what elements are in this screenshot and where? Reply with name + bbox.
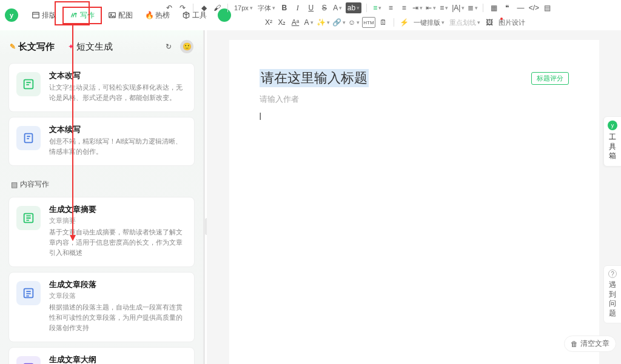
underline-button[interactable]: U bbox=[306, 2, 317, 13]
subscript-button[interactable]: X₂ bbox=[277, 17, 287, 28]
body-input[interactable] bbox=[260, 111, 569, 120]
history-icon[interactable]: ↻ bbox=[163, 41, 174, 52]
letter-spacing-button[interactable]: |A| bbox=[452, 2, 465, 13]
avatar[interactable]: 🙂 bbox=[180, 40, 193, 53]
bolt-icon: ⚡ bbox=[399, 17, 410, 28]
separator bbox=[366, 4, 367, 12]
quote-button[interactable]: ❝ bbox=[502, 2, 512, 13]
right-toolbox[interactable]: y 工具箱 bbox=[603, 116, 621, 167]
card-gen-paragraph[interactable]: 生成文章段落 文章段落 根据描述的段落主题，自动生成一段富有连贯性和可读性的文章… bbox=[8, 272, 195, 342]
card-title: 生成文章大纲 bbox=[49, 355, 186, 364]
document-paper[interactable]: 请在这里输入标题 标题评分 请输入作者 bbox=[229, 40, 599, 364]
toolbox-logo-icon: y bbox=[608, 121, 617, 130]
question-icon: ? bbox=[608, 270, 617, 278]
card-title: 文本改写 bbox=[49, 71, 186, 81]
left-panel-actions: ↻ 🙂 bbox=[163, 40, 193, 53]
spark-icon: ✦ bbox=[68, 42, 74, 51]
italic-button[interactable]: I bbox=[292, 2, 303, 13]
card-gen-summary[interactable]: 生成文章摘要 文章摘要 基于文章自动生成摘要，帮助读者快速了解文章内容，适用于信… bbox=[8, 197, 195, 267]
superscript-button[interactable]: X² bbox=[263, 17, 274, 28]
tab-short-gen[interactable]: ✦ 短文生成 bbox=[68, 41, 113, 53]
separator bbox=[483, 4, 483, 12]
card-gen-outline[interactable]: 生成文章大纲 文章大纲 根据描述的文章主题，智能生成文章大纲，轻松完成文章框架和… bbox=[8, 347, 195, 364]
feedback-label: 遇到问题 bbox=[604, 280, 621, 318]
format-bar: ↶ ↷ ◆ 🖌 17px 字体 B I U S A ab ≡ ≡ ≡ ⇥ ⇤ ≡… bbox=[164, 1, 615, 29]
ai-format-button[interactable]: 一键排版 bbox=[412, 18, 446, 27]
case-button[interactable]: Aª bbox=[290, 17, 301, 28]
svg-point-2 bbox=[110, 14, 112, 15]
link-button[interactable]: 🔗 bbox=[332, 17, 346, 28]
trash-icon: 🗑 bbox=[571, 340, 578, 348]
summary-icon bbox=[16, 206, 41, 230]
magic-button[interactable]: ✨ bbox=[317, 17, 330, 28]
strike-button[interactable]: S bbox=[319, 2, 330, 13]
brand-logo-letter: y bbox=[10, 12, 13, 19]
top-toolbar: y 排版 写作 配图 🔥 热榜 工具 ↶ ↷ ◆ 🖌 bbox=[0, 0, 621, 30]
outdent-button[interactable]: ⇤ bbox=[425, 2, 436, 13]
card-desc: 基于文章自动生成摘要，帮助读者快速了解文章内容，适用于信息密度高的长文，作为文章… bbox=[49, 227, 186, 258]
title-input[interactable]: 请在这里输入标题 bbox=[260, 69, 369, 87]
indent-button[interactable]: ⇥ bbox=[412, 2, 423, 13]
section-icon: ▤ bbox=[11, 180, 18, 189]
list-button[interactable]: ≣ bbox=[467, 2, 478, 13]
undo-button[interactable]: ↶ bbox=[164, 2, 175, 13]
redo-button[interactable]: ↷ bbox=[177, 2, 188, 13]
paragraph-icon bbox=[16, 281, 41, 305]
tab-long-writing[interactable]: ✎ 长文写作 bbox=[10, 41, 55, 53]
card-text-continue[interactable]: 文本续写 创意不竭，精彩续写！AI续写助力逻辑清晰、情感丰富的创作。 bbox=[8, 117, 195, 166]
html-button[interactable]: HTM bbox=[362, 17, 375, 28]
emoji-button[interactable]: ☺ bbox=[348, 17, 360, 28]
font-size-select[interactable]: 17px bbox=[233, 4, 254, 12]
font-color-button[interactable]: A bbox=[303, 17, 314, 28]
card-title: 生成文章摘要 bbox=[49, 205, 186, 215]
left-panel: ✎ 长文写作 ✦ 短文生成 ↻ 🙂 文本改写 让文字生动灵活，可轻松实现多样化表… bbox=[0, 30, 205, 364]
card-desc: 让文字生动灵活，可轻松实现多样化表达，无论是风格、形式还是内容，都能创新改变。 bbox=[49, 82, 186, 103]
clear-label: 清空文章 bbox=[580, 339, 609, 349]
align-button[interactable]: ≡ bbox=[372, 2, 383, 13]
nav-image[interactable]: 配图 bbox=[102, 7, 139, 24]
image-icon bbox=[108, 11, 116, 19]
format-row-1: ↶ ↷ ◆ 🖌 17px 字体 B I U S A ab ≡ ≡ ≡ ⇥ ⇤ ≡… bbox=[164, 1, 615, 15]
ai-icon bbox=[70, 11, 78, 19]
outline-icon bbox=[16, 356, 41, 364]
tab-short-gen-label: 短文生成 bbox=[76, 41, 113, 53]
date-button[interactable]: 🗓 bbox=[378, 17, 389, 28]
title-score-button[interactable]: 标题评分 bbox=[531, 72, 569, 85]
section-label-text: 内容写作 bbox=[20, 179, 49, 190]
img-design-button[interactable]: 图片设计 bbox=[497, 18, 526, 27]
text-color-button[interactable]: A bbox=[332, 2, 343, 13]
separator bbox=[193, 4, 193, 12]
nav-layout[interactable]: 排版 bbox=[25, 7, 62, 24]
card-desc: 根据描述的段落主题，自动生成一段富有连贯性和可读性的文章段落，为用户提供高质量的… bbox=[49, 302, 186, 333]
separator bbox=[394, 18, 394, 27]
brand-logo[interactable]: y bbox=[5, 8, 18, 22]
left-panel-tabs: ✎ 长文写作 ✦ 短文生成 ↻ 🙂 bbox=[0, 30, 203, 58]
card-desc: 创意不竭，精彩续写！AI续写助力逻辑清晰、情感丰富的创作。 bbox=[49, 136, 186, 157]
highlight-line-button[interactable]: 重点划线 bbox=[448, 18, 482, 27]
nav-image-label: 配图 bbox=[118, 10, 133, 21]
table-button[interactable]: ▦ bbox=[488, 2, 499, 13]
title-row: 请在这里输入标题 标题评分 bbox=[260, 69, 569, 87]
format-row-2: X² X₂ Aª A ✨ 🔗 ☺ HTM 🗓 ⚡ 一键排版 重点划线 🖼 图片设… bbox=[164, 16, 615, 29]
author-input[interactable]: 请输入作者 bbox=[260, 94, 569, 105]
align-left-button[interactable]: ≡ bbox=[385, 2, 396, 13]
right-feedback[interactable]: ? 遇到问题 bbox=[603, 265, 621, 323]
nav-write[interactable]: 写作 bbox=[62, 7, 102, 24]
separator bbox=[227, 4, 228, 12]
card-text-rewrite[interactable]: 文本改写 让文字生动灵活，可轻松实现多样化表达，无论是风格、形式还是内容，都能创… bbox=[8, 63, 195, 112]
card-sub: 文章段落 bbox=[49, 291, 186, 300]
font-family-select[interactable]: 字体 bbox=[257, 4, 277, 13]
code-button[interactable]: </> bbox=[528, 2, 539, 13]
more-button[interactable]: ▤ bbox=[542, 2, 552, 13]
highlight-color-button[interactable]: ab bbox=[346, 2, 361, 13]
layout-icon bbox=[32, 11, 40, 19]
align-center-button[interactable]: ≡ bbox=[398, 2, 409, 13]
bold-button[interactable]: B bbox=[279, 2, 290, 13]
brush-icon[interactable]: 🖌 bbox=[212, 2, 223, 13]
clear-article-button[interactable]: 🗑 清空文章 bbox=[564, 336, 616, 352]
nav-layout-label: 排版 bbox=[42, 10, 56, 21]
card-title: 文本续写 bbox=[49, 125, 186, 135]
hr-button[interactable]: — bbox=[515, 2, 526, 13]
line-height-button[interactable]: ≡ bbox=[438, 2, 449, 13]
tag-icon[interactable]: ◆ bbox=[198, 2, 209, 13]
